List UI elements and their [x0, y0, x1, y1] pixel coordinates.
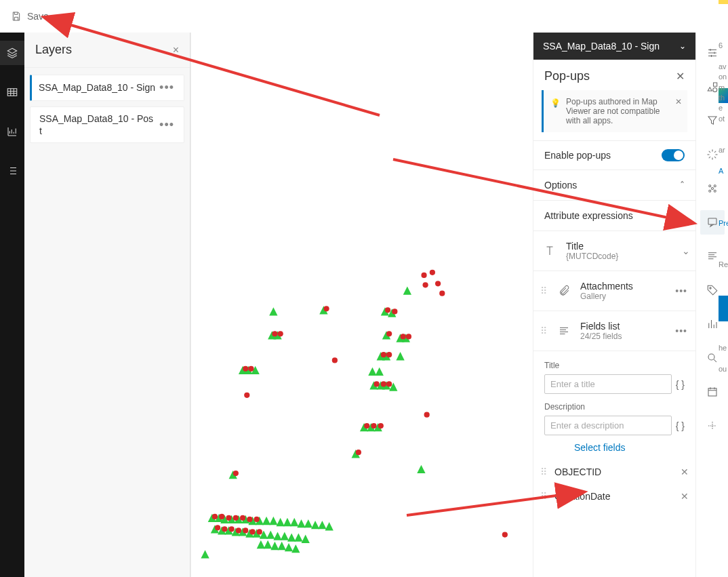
layer-selector-header[interactable]: SSA_Map_Data8_10 - Sign ⌄	[533, 33, 695, 60]
rail-legend-button[interactable]	[0, 159, 24, 183]
filter-icon	[706, 115, 719, 127]
svg-point-92	[424, 412, 430, 418]
attachments-sub: Gallery	[580, 292, 666, 301]
svg-point-86	[243, 366, 248, 372]
svg-point-102	[240, 515, 245, 521]
svg-point-104	[254, 517, 260, 522]
drag-handle-icon[interactable]: ⠿	[540, 491, 548, 502]
layer-item-label: SSA_Map_Data8_10 - Post	[39, 113, 155, 137]
svg-rect-122	[708, 389, 716, 396]
title-section-label: Title	[566, 241, 675, 252]
svg-point-85	[386, 352, 392, 357]
svg-point-94	[371, 423, 376, 429]
enable-popups-toggle[interactable]	[662, 149, 685, 161]
svg-point-71	[430, 270, 435, 275]
svg-marker-63	[264, 540, 272, 549]
svg-point-75	[323, 306, 329, 311]
options-header[interactable]: Options ˄	[533, 170, 695, 200]
svg-point-72	[422, 282, 428, 287]
svg-marker-14	[368, 367, 376, 376]
drag-handle-icon[interactable]: ⠿	[540, 285, 548, 296]
sparkle-icon	[706, 148, 719, 161]
svg-point-105	[215, 525, 220, 530]
field-name: OBJECTID	[554, 466, 674, 477]
shapes-icon	[706, 81, 719, 93]
popup-config-icon	[706, 216, 719, 228]
svg-point-83	[332, 357, 338, 363]
rail-tables-button[interactable]	[0, 80, 24, 104]
drag-handle-icon[interactable]: ⠿	[540, 466, 548, 477]
title-section-row[interactable]: Title {MUTCDcode} ⌄	[533, 231, 695, 271]
svg-marker-66	[285, 543, 293, 551]
layers-panel-close[interactable]: ×	[173, 44, 179, 56]
svg-point-117	[714, 190, 716, 192]
attribute-expressions-row[interactable]: Attribute expressions ›	[533, 200, 695, 231]
info-close-button[interactable]: ✕	[675, 97, 682, 106]
layer-item-more[interactable]: •••	[155, 118, 178, 132]
svg-point-114	[708, 185, 710, 187]
plus-icon	[706, 420, 719, 432]
field-name: CreationDate	[554, 491, 674, 502]
remove-field-button[interactable]: ✕	[681, 466, 689, 477]
map-points	[191, 33, 533, 577]
svg-point-120	[709, 287, 710, 289]
title-field-label: Title	[544, 361, 685, 370]
svg-point-106	[222, 526, 227, 532]
layers-panel-title: Layers	[35, 43, 72, 57]
sliders-icon	[706, 47, 719, 59]
svg-marker-58	[281, 532, 289, 540]
list-icon	[6, 165, 18, 177]
expression-braces-button[interactable]: { }	[676, 379, 685, 390]
svg-point-78	[272, 331, 277, 336]
attachments-section-row[interactable]: ⠿ Attachments Gallery •••	[533, 271, 695, 311]
info-text: Pop-ups authored in Map Viewer are not c…	[566, 97, 668, 125]
svg-point-100	[226, 515, 231, 521]
map-canvas[interactable]	[190, 33, 533, 577]
fields-section-row[interactable]: ⠿ Fields list 24/25 fields •••	[533, 311, 695, 351]
field-row-objectid[interactable]: ⠿ OBJECTID ✕	[533, 460, 695, 484]
svg-marker-65	[278, 542, 286, 550]
svg-marker-40	[276, 518, 284, 526]
popup-panel-title: Pop-ups	[544, 69, 590, 83]
svg-point-99	[219, 514, 224, 519]
svg-point-111	[257, 529, 262, 534]
save-button[interactable]: Save	[11, 11, 49, 22]
svg-point-76	[385, 307, 390, 313]
fields-more[interactable]: •••	[672, 325, 690, 336]
current-layer-label: SSA_Map_Data8_10 - Sign	[543, 41, 660, 52]
svg-marker-5	[403, 286, 411, 294]
popup-panel-close[interactable]: ✕	[676, 70, 685, 83]
remove-field-button[interactable]: ✕	[681, 491, 689, 502]
svg-point-70	[421, 273, 426, 278]
enable-popups-label: Enable pop-ups	[544, 150, 611, 161]
layer-item-post[interactable]: SSA_Map_Data8_10 - Post •••	[30, 106, 184, 143]
svg-marker-67	[291, 544, 300, 553]
layer-item-more[interactable]: •••	[155, 81, 178, 95]
svg-point-81	[401, 334, 406, 339]
svg-point-74	[439, 291, 445, 296]
svg-point-95	[378, 423, 384, 429]
svg-point-118	[711, 188, 713, 190]
svg-point-98	[212, 514, 218, 519]
svg-marker-60	[294, 533, 302, 541]
title-input[interactable]	[544, 374, 672, 394]
description-input[interactable]	[544, 416, 672, 435]
svg-marker-44	[304, 519, 312, 528]
layers-icon	[6, 47, 18, 59]
field-row-creationdate[interactable]: ⠿ CreationDate ✕	[533, 484, 695, 509]
layer-item-sign[interactable]: SSA_Map_Data8_10 - Sign •••	[30, 75, 184, 101]
description-field-label: Description	[544, 402, 685, 412]
svg-marker-61	[302, 535, 310, 543]
rail-charts-button[interactable]	[0, 119, 24, 144]
svg-marker-39	[269, 517, 277, 525]
calendar-icon	[706, 386, 719, 398]
fields-label: Fields list	[580, 321, 666, 332]
form-icon	[706, 250, 719, 262]
expression-braces-button[interactable]: { }	[676, 420, 685, 431]
drag-handle-icon[interactable]: ⠿	[540, 325, 548, 336]
svg-point-79	[278, 331, 283, 336]
rail-layers-button[interactable]	[0, 41, 24, 65]
select-fields-link[interactable]: Select fields	[533, 435, 695, 460]
attachments-more[interactable]: •••	[672, 285, 690, 296]
title-icon	[544, 245, 556, 257]
